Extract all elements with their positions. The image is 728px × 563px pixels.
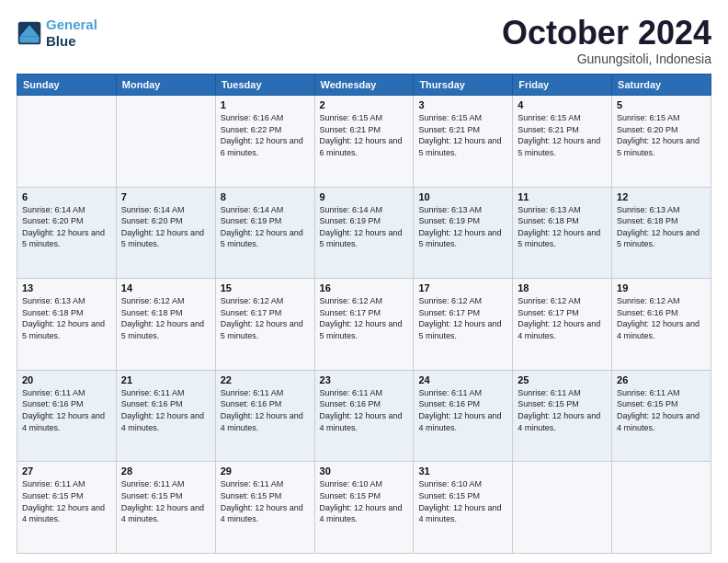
logo: General Blue xyxy=(17,17,97,50)
calendar-cell: 9Sunrise: 6:14 AMSunset: 6:19 PMDaylight… xyxy=(314,187,414,279)
calendar-cell: 7Sunrise: 6:14 AMSunset: 6:20 PMDaylight… xyxy=(116,187,215,279)
day-number: 16 xyxy=(320,282,409,293)
day-header-sunday: Sunday xyxy=(17,75,117,96)
calendar-cell: 8Sunrise: 6:14 AMSunset: 6:19 PMDaylight… xyxy=(215,187,314,279)
calendar-cell: 21Sunrise: 6:11 AMSunset: 6:16 PMDayligh… xyxy=(116,370,215,462)
day-header-tuesday: Tuesday xyxy=(215,75,314,96)
day-info: Sunrise: 6:14 AMSunset: 6:19 PMDaylight:… xyxy=(221,204,310,250)
day-info: Sunrise: 6:11 AMSunset: 6:16 PMDaylight:… xyxy=(221,387,310,433)
calendar-cell: 16Sunrise: 6:12 AMSunset: 6:17 PMDayligh… xyxy=(314,279,414,371)
day-number: 11 xyxy=(518,191,607,202)
calendar-cell: 22Sunrise: 6:11 AMSunset: 6:16 PMDayligh… xyxy=(215,370,314,462)
calendar-cell: 28Sunrise: 6:11 AMSunset: 6:15 PMDayligh… xyxy=(116,462,215,554)
week-row-2: 6Sunrise: 6:14 AMSunset: 6:20 PMDaylight… xyxy=(17,187,711,279)
logo-text: General Blue xyxy=(46,17,97,50)
calendar-cell: 18Sunrise: 6:12 AMSunset: 6:17 PMDayligh… xyxy=(513,279,612,371)
calendar-cell: 29Sunrise: 6:11 AMSunset: 6:15 PMDayligh… xyxy=(215,462,314,554)
calendar-cell: 4Sunrise: 6:15 AMSunset: 6:21 PMDaylight… xyxy=(513,96,612,188)
calendar-cell: 26Sunrise: 6:11 AMSunset: 6:15 PMDayligh… xyxy=(612,370,711,462)
calendar-cell: 3Sunrise: 6:15 AMSunset: 6:21 PMDaylight… xyxy=(414,96,513,188)
calendar-cell xyxy=(116,96,215,188)
day-number: 14 xyxy=(121,282,210,293)
calendar-cell: 15Sunrise: 6:12 AMSunset: 6:17 PMDayligh… xyxy=(215,279,314,371)
day-info: Sunrise: 6:11 AMSunset: 6:16 PMDaylight:… xyxy=(418,387,507,433)
calendar-cell: 11Sunrise: 6:13 AMSunset: 6:18 PMDayligh… xyxy=(513,187,612,279)
day-number: 8 xyxy=(221,191,310,202)
day-info: Sunrise: 6:11 AMSunset: 6:16 PMDaylight:… xyxy=(121,387,210,433)
day-number: 15 xyxy=(221,282,310,293)
calendar-cell: 1Sunrise: 6:16 AMSunset: 6:22 PMDaylight… xyxy=(215,96,314,188)
calendar-cell: 13Sunrise: 6:13 AMSunset: 6:18 PMDayligh… xyxy=(17,279,117,371)
day-info: Sunrise: 6:11 AMSunset: 6:15 PMDaylight:… xyxy=(22,478,111,524)
week-row-3: 13Sunrise: 6:13 AMSunset: 6:18 PMDayligh… xyxy=(17,279,711,371)
day-info: Sunrise: 6:12 AMSunset: 6:17 PMDaylight:… xyxy=(221,295,310,341)
day-number: 29 xyxy=(221,465,310,477)
header: General Blue October 2024 Gunungsitoli, … xyxy=(17,17,711,66)
day-info: Sunrise: 6:12 AMSunset: 6:18 PMDaylight:… xyxy=(121,295,210,341)
calendar-cell: 10Sunrise: 6:13 AMSunset: 6:19 PMDayligh… xyxy=(414,187,513,279)
day-info: Sunrise: 6:11 AMSunset: 6:16 PMDaylight:… xyxy=(320,387,409,433)
day-number: 4 xyxy=(518,99,607,110)
calendar-table: SundayMondayTuesdayWednesdayThursdayFrid… xyxy=(17,74,711,554)
day-number: 12 xyxy=(617,191,706,202)
day-info: Sunrise: 6:11 AMSunset: 6:15 PMDaylight:… xyxy=(617,387,706,433)
day-info: Sunrise: 6:11 AMSunset: 6:15 PMDaylight:… xyxy=(518,387,607,433)
day-number: 20 xyxy=(22,374,111,385)
day-number: 1 xyxy=(221,99,310,110)
day-number: 21 xyxy=(121,374,210,385)
day-info: Sunrise: 6:16 AMSunset: 6:22 PMDaylight:… xyxy=(221,112,310,158)
day-number: 30 xyxy=(320,465,409,477)
calendar-cell xyxy=(17,96,117,188)
calendar-cell: 2Sunrise: 6:15 AMSunset: 6:21 PMDaylight… xyxy=(314,96,414,188)
calendar-cell: 30Sunrise: 6:10 AMSunset: 6:15 PMDayligh… xyxy=(314,462,414,554)
calendar-cell: 17Sunrise: 6:12 AMSunset: 6:17 PMDayligh… xyxy=(414,279,513,371)
day-number: 10 xyxy=(418,191,507,202)
week-row-1: 1Sunrise: 6:16 AMSunset: 6:22 PMDaylight… xyxy=(17,96,711,188)
location-subtitle: Gunungsitoli, Indonesia xyxy=(502,52,711,66)
day-number: 25 xyxy=(518,374,607,385)
day-info: Sunrise: 6:11 AMSunset: 6:15 PMDaylight:… xyxy=(121,478,210,524)
day-info: Sunrise: 6:12 AMSunset: 6:17 PMDaylight:… xyxy=(518,295,607,341)
day-number: 26 xyxy=(617,374,706,385)
day-info: Sunrise: 6:12 AMSunset: 6:16 PMDaylight:… xyxy=(617,295,706,341)
day-number: 13 xyxy=(22,282,111,293)
day-info: Sunrise: 6:11 AMSunset: 6:15 PMDaylight:… xyxy=(221,478,310,524)
calendar-cell: 5Sunrise: 6:15 AMSunset: 6:20 PMDaylight… xyxy=(612,96,711,188)
day-number: 18 xyxy=(518,282,607,293)
day-header-thursday: Thursday xyxy=(414,75,513,96)
day-number: 27 xyxy=(22,465,111,477)
day-header-saturday: Saturday xyxy=(612,75,711,96)
calendar-cell: 14Sunrise: 6:12 AMSunset: 6:18 PMDayligh… xyxy=(116,279,215,371)
logo-icon xyxy=(17,20,42,46)
day-info: Sunrise: 6:14 AMSunset: 6:19 PMDaylight:… xyxy=(320,204,409,250)
calendar-cell: 20Sunrise: 6:11 AMSunset: 6:16 PMDayligh… xyxy=(17,370,117,462)
day-number: 5 xyxy=(617,99,706,110)
calendar-cell: 24Sunrise: 6:11 AMSunset: 6:16 PMDayligh… xyxy=(414,370,513,462)
day-info: Sunrise: 6:15 AMSunset: 6:21 PMDaylight:… xyxy=(518,112,607,158)
page: General Blue October 2024 Gunungsitoli, … xyxy=(0,0,728,563)
calendar-cell: 12Sunrise: 6:13 AMSunset: 6:18 PMDayligh… xyxy=(612,187,711,279)
day-number: 17 xyxy=(418,282,507,293)
day-info: Sunrise: 6:14 AMSunset: 6:20 PMDaylight:… xyxy=(22,204,111,250)
day-info: Sunrise: 6:15 AMSunset: 6:21 PMDaylight:… xyxy=(418,112,507,158)
week-row-4: 20Sunrise: 6:11 AMSunset: 6:16 PMDayligh… xyxy=(17,370,711,462)
day-number: 7 xyxy=(121,191,210,202)
calendar-cell: 31Sunrise: 6:10 AMSunset: 6:15 PMDayligh… xyxy=(414,462,513,554)
day-number: 3 xyxy=(418,99,507,110)
day-info: Sunrise: 6:13 AMSunset: 6:18 PMDaylight:… xyxy=(518,204,607,250)
day-info: Sunrise: 6:12 AMSunset: 6:17 PMDaylight:… xyxy=(320,295,409,341)
day-header-friday: Friday xyxy=(513,75,612,96)
day-number: 28 xyxy=(121,465,210,477)
day-number: 23 xyxy=(320,374,409,385)
day-info: Sunrise: 6:10 AMSunset: 6:15 PMDaylight:… xyxy=(418,478,507,524)
day-number: 6 xyxy=(22,191,111,202)
day-number: 19 xyxy=(617,282,706,293)
day-info: Sunrise: 6:12 AMSunset: 6:17 PMDaylight:… xyxy=(418,295,507,341)
month-title: October 2024 xyxy=(502,17,711,50)
day-header-monday: Monday xyxy=(116,75,215,96)
calendar-cell: 19Sunrise: 6:12 AMSunset: 6:16 PMDayligh… xyxy=(612,279,711,371)
day-number: 9 xyxy=(320,191,409,202)
day-info: Sunrise: 6:11 AMSunset: 6:16 PMDaylight:… xyxy=(22,387,111,433)
calendar-cell: 27Sunrise: 6:11 AMSunset: 6:15 PMDayligh… xyxy=(17,462,117,554)
calendar-cell: 23Sunrise: 6:11 AMSunset: 6:16 PMDayligh… xyxy=(314,370,414,462)
